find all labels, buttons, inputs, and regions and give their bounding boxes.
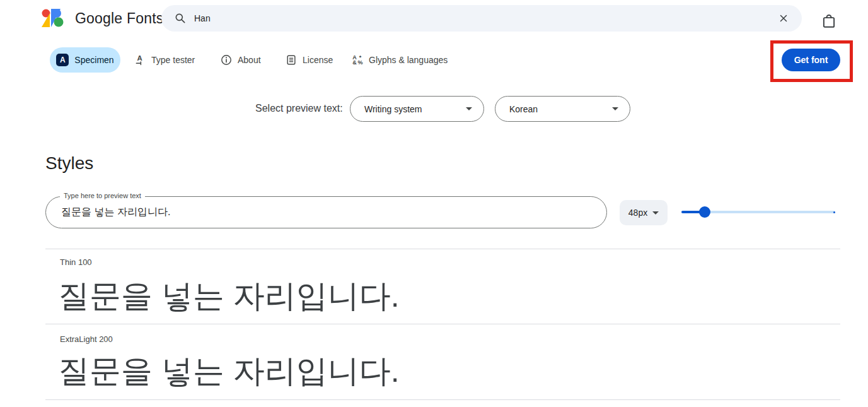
divider xyxy=(45,249,840,249)
divider xyxy=(45,324,840,324)
clear-search-button[interactable] xyxy=(775,10,792,27)
search-bar[interactable] xyxy=(161,5,802,32)
tab-license-label: License xyxy=(303,55,333,65)
chevron-down-icon xyxy=(466,107,472,110)
google-fonts-logo[interactable]: Google Fonts xyxy=(40,8,163,29)
tab-specimen[interactable]: A Specimen xyxy=(50,47,120,73)
preview-text-field[interactable]: Type here to preview text xyxy=(45,196,607,228)
google-fonts-page: Google Fonts A Specimen A xyxy=(0,0,868,407)
logo-wordmark: Google Fonts xyxy=(75,10,163,27)
chevron-down-icon xyxy=(612,107,618,110)
chevron-down-icon xyxy=(652,211,659,215)
glyphs-languages-icon: A* &% xyxy=(352,55,363,65)
google-fonts-logo-icon xyxy=(40,8,66,29)
info-icon xyxy=(221,54,232,66)
divider xyxy=(45,399,840,400)
tab-about-label: About xyxy=(238,55,261,65)
style-row-name: Thin 100 xyxy=(60,257,92,267)
tab-license[interactable]: License xyxy=(286,47,333,73)
styles-heading: Styles xyxy=(45,153,93,174)
font-size-slider[interactable] xyxy=(681,206,835,218)
specimen-tabbar: A Specimen A Type tester About xyxy=(0,47,868,73)
search-input[interactable] xyxy=(194,13,775,23)
style-row-name: ExtraLight 200 xyxy=(60,334,113,344)
size-slider-end-dot xyxy=(833,211,835,213)
search-icon xyxy=(174,12,187,25)
style-row-sample[interactable]: 질문을 넣는 자리입니다. xyxy=(58,350,400,392)
writing-system-value: Writing system xyxy=(364,104,422,114)
tab-glyphs-languages-label: Glyphs & languages xyxy=(369,55,448,65)
tab-glyphs-languages[interactable]: A* &% Glyphs & languages xyxy=(352,47,448,73)
license-document-icon xyxy=(286,54,297,66)
get-font-button[interactable]: Get font xyxy=(782,49,840,71)
preview-text-field-label: Type here to preview text xyxy=(60,192,145,199)
tab-specimen-label: Specimen xyxy=(74,55,113,65)
preview-text-input[interactable] xyxy=(46,197,606,228)
font-size-value: 48px xyxy=(628,208,647,218)
size-slider-thumb[interactable] xyxy=(699,206,710,218)
font-size-dropdown[interactable]: 48px xyxy=(620,200,668,225)
shopping-bag-icon xyxy=(821,13,837,29)
tab-type-tester[interactable]: A Type tester xyxy=(134,47,195,73)
language-dropdown[interactable]: Korean xyxy=(495,96,630,122)
specimen-icon: A xyxy=(56,54,69,66)
select-preview-text-label: Select preview text: xyxy=(255,103,343,114)
svg-text:A: A xyxy=(137,54,142,62)
tab-type-tester-label: Type tester xyxy=(151,55,195,65)
type-tester-icon: A xyxy=(134,54,146,66)
tab-about[interactable]: About xyxy=(221,47,261,73)
selection-bag-button[interactable] xyxy=(818,10,840,32)
style-row-sample[interactable]: 질문을 넣는 자리입니다. xyxy=(58,275,400,317)
close-icon xyxy=(778,13,789,24)
writing-system-dropdown[interactable]: Writing system xyxy=(350,96,484,122)
language-value: Korean xyxy=(509,104,538,114)
